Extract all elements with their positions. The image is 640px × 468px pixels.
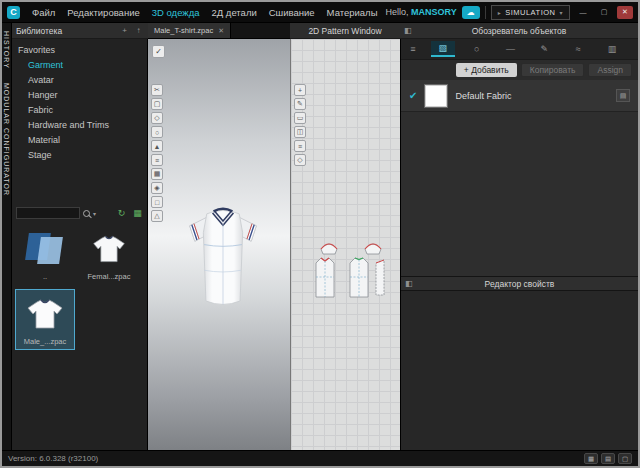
mesh-view-icon[interactable]: ◈ (151, 182, 163, 194)
minimize-button[interactable]: — (575, 6, 591, 19)
cloud-sync-icon[interactable]: ☁ (462, 6, 480, 19)
library-item-material[interactable]: Material (12, 133, 147, 148)
female-tshirt-icon (86, 228, 132, 270)
internal-line-icon[interactable]: ◫ (294, 126, 306, 138)
simulation-icon: ▸ (498, 9, 502, 16)
close-button[interactable]: ✕ (617, 6, 633, 19)
refresh-icon[interactable]: ↻ (115, 207, 128, 219)
object-browser-panel: ≡ ▧ ○ — ✎ ≈ ▥ + Добавить Копировать Assi… (400, 39, 638, 450)
edit-pattern-icon[interactable]: ✎ (294, 98, 306, 110)
topstitch-tab-icon[interactable]: — (499, 41, 523, 57)
tab-male-tshirt[interactable]: Male_T-shirt.zpac ✕ (148, 23, 231, 38)
tab-history[interactable]: HISTORY (3, 31, 10, 69)
fabric-tab-icon[interactable]: ▧ (431, 41, 455, 57)
menu-materials[interactable]: Материалы (321, 4, 384, 21)
search-options-icon[interactable]: ▾ (93, 210, 96, 217)
library-item-avatar[interactable]: Avatar (12, 73, 147, 88)
stitch-tab-icon[interactable]: ✎ (532, 41, 556, 57)
menu-2d-pattern[interactable]: 2Д детали (206, 4, 263, 21)
library-item-favorites[interactable]: Favorites (12, 43, 147, 58)
object-browser-actions: + Добавить Копировать Assign (401, 60, 638, 80)
view-mode-icon[interactable]: ▦ (131, 207, 144, 219)
maximize-button[interactable]: ▢ (596, 6, 612, 19)
scissors-tool-icon[interactable]: ✂ (151, 84, 163, 96)
thumbnail-label: .. (43, 272, 47, 281)
statusbar-window-icon[interactable]: ▢ (618, 453, 632, 464)
trim-tab-icon[interactable]: ○ (465, 41, 489, 57)
fabric-swatch[interactable] (425, 85, 447, 107)
left-dock-strip: HISTORY MODULAR CONFIGURATOR (2, 23, 12, 450)
male-tshirt-icon (22, 293, 68, 335)
fabric-options-icon[interactable]: ▤ (616, 89, 630, 102)
folder-icon (22, 228, 68, 270)
object-browser-header: ◧ Обозреватель объектов (400, 23, 638, 39)
titlebar: C Файл Редактирование 3D одежда 2Д детал… (2, 2, 638, 23)
assign-button[interactable]: Assign (588, 63, 632, 77)
library-collapse-icon[interactable]: ↑ (133, 26, 144, 35)
arrangement-icon[interactable]: ▲ (151, 140, 163, 152)
menu-edit[interactable]: Редактирование (61, 4, 145, 21)
menu-sewing[interactable]: Сшивание (263, 4, 321, 21)
list-menu-icon[interactable]: ≡ (405, 44, 421, 54)
rectangle-tool-icon[interactable]: ▭ (294, 112, 306, 124)
copy-button[interactable]: Копировать (521, 63, 585, 77)
library-search-input[interactable] (16, 207, 80, 219)
fabric-list-item[interactable]: ✔ Default Fabric ▤ (401, 80, 638, 112)
pattern-window-2d[interactable]: + ✎ ▭ ◫ ≡ ◇ (290, 39, 400, 450)
pin-tool-icon[interactable]: ◇ (151, 112, 163, 124)
library-item-garment[interactable]: Garment (12, 58, 147, 73)
viewport-tabbar: Male_T-shirt.zpac ✕ (148, 23, 290, 39)
thumbnail-female-tshirt[interactable]: Femal...zpac (80, 225, 138, 284)
texture-view-icon[interactable]: ▦ (151, 168, 163, 180)
simulation-label: SIMULATION (505, 8, 555, 17)
add-button[interactable]: + Добавить (456, 63, 517, 77)
seamline-icon[interactable]: ≡ (151, 154, 163, 166)
grid-view-icon[interactable]: □ (151, 196, 163, 208)
library-panel-header: Библиотека + ↑ (12, 23, 148, 39)
username[interactable]: MANSORY (411, 7, 457, 17)
library-item-stage[interactable]: Stage (12, 148, 147, 163)
titlebar-divider (485, 6, 486, 19)
garment-3d-render[interactable] (176, 189, 270, 331)
select-tool-icon[interactable]: ▢ (151, 98, 163, 110)
menu-3d-garment[interactable]: 3D одежда (146, 4, 206, 21)
thumbnail-parent-folder[interactable]: .. (16, 225, 74, 284)
chevron-down-icon: ▾ (559, 9, 563, 16)
library-add-icon[interactable]: + (119, 26, 130, 35)
puckering-tab-icon[interactable]: ≈ (566, 41, 590, 57)
object-browser-tabs: ≡ ▧ ○ — ✎ ≈ ▥ (401, 39, 638, 60)
viewport-3d[interactable]: ✓ ✂ ▢ ◇ ○ ▲ ≡ ▦ ◈ □ △ (148, 39, 290, 450)
menu-file[interactable]: Файл (26, 4, 61, 21)
library-item-hanger[interactable]: Hanger (12, 88, 147, 103)
property-editor-header[interactable]: ◧ Редактор свойств (401, 276, 638, 291)
library-item-fabric[interactable]: Fabric (12, 103, 147, 118)
thumbnail-male-tshirt[interactable]: Male_...zpac (16, 290, 74, 349)
library-search-row: ▾ ↻ ▦ (16, 207, 144, 219)
dart-tool-icon[interactable]: ◇ (294, 154, 306, 166)
pattern-pieces[interactable] (311, 237, 395, 299)
thumbnail-label: Male_...zpac (24, 337, 67, 346)
transform-tool-icon[interactable]: + (294, 84, 306, 96)
pattern-toolbar: + ✎ ▭ ◫ ≡ ◇ (294, 84, 306, 166)
panel-collapse-icon[interactable]: ◧ (404, 26, 412, 35)
tab-modular-configurator[interactable]: MODULAR CONFIGURATOR (3, 83, 10, 196)
tab-close-icon[interactable]: ✕ (218, 27, 224, 35)
trace-tool-icon[interactable]: ≡ (294, 140, 306, 152)
viewport-toolbar: ✂ ▢ ◇ ○ ▲ ≡ ▦ ◈ □ △ (151, 84, 163, 222)
app-logo-icon[interactable]: C (7, 6, 20, 19)
library-item-hardware-trims[interactable]: Hardware and Trims (12, 118, 147, 133)
check-icon: ✔ (409, 90, 417, 101)
display-mode-icon[interactable]: ✓ (152, 45, 165, 58)
panel-collapse-icon[interactable]: ◧ (405, 279, 413, 288)
library-thumbnails: .. Femal...zpac Male_...zpac (16, 225, 146, 349)
library-list: Favorites Garment Avatar Hanger Fabric H… (12, 39, 147, 163)
strain-view-icon[interactable]: △ (151, 210, 163, 222)
search-icon[interactable] (83, 210, 90, 217)
texture-tab-icon[interactable]: ▥ (600, 41, 624, 57)
statusbar-layout-icon[interactable]: ▤ (601, 453, 615, 464)
avatar-show-icon[interactable]: ○ (151, 126, 163, 138)
version-text: Version: 6.0.328 (r32100) (8, 454, 98, 463)
simulation-dropdown[interactable]: ▸ SIMULATION ▾ (491, 5, 570, 20)
statusbar: Version: 6.0.328 (r32100) ▦ ▤ ▢ (2, 450, 638, 466)
statusbar-grid-icon[interactable]: ▦ (584, 453, 598, 464)
